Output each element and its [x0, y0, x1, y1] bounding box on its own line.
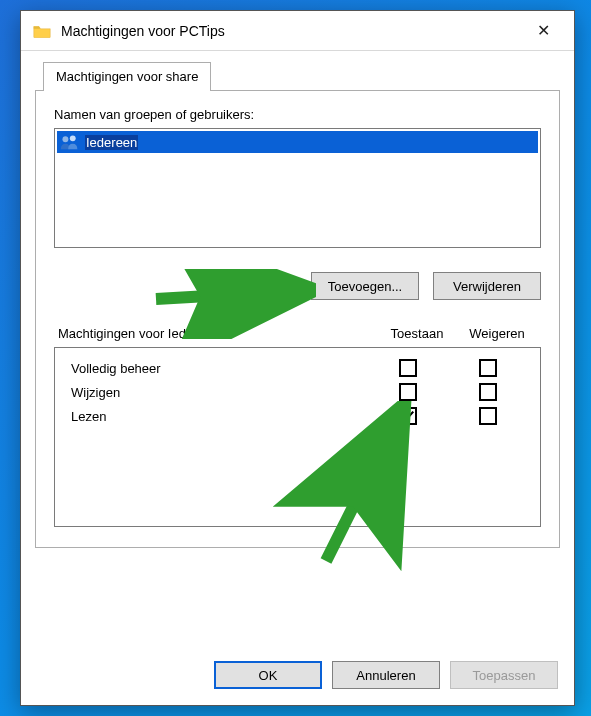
checkmark-icon — [401, 409, 415, 423]
ok-button[interactable]: OK — [214, 661, 322, 689]
remove-button[interactable]: Verwijderen — [433, 272, 541, 300]
deny-checkbox[interactable] — [479, 407, 497, 425]
permissions-title: Machtigingen voor Iedereen — [58, 326, 219, 341]
group-item-iedereen[interactable]: Iedereen — [57, 131, 538, 153]
deny-checkbox[interactable] — [479, 383, 497, 401]
users-icon — [59, 133, 81, 151]
column-allow: Toestaan — [377, 326, 457, 341]
permission-deny-cell — [448, 359, 528, 377]
permission-label: Volledig beheer — [71, 361, 368, 376]
add-button[interactable]: Toevoegen... — [311, 272, 419, 300]
allow-checkbox[interactable] — [399, 383, 417, 401]
groups-buttons: Toevoegen... Verwijderen — [54, 272, 541, 300]
permissions-header: Machtigingen voor Iedereen Toestaan Weig… — [54, 326, 541, 341]
permission-label: Lezen — [71, 409, 368, 424]
window-title: Machtigingen voor PCTips — [61, 23, 522, 39]
groups-label: Namen van groepen of gebruikers: — [54, 107, 541, 122]
svg-point-0 — [62, 136, 68, 142]
permission-allow-cell — [368, 383, 448, 401]
deny-checkbox[interactable] — [479, 359, 497, 377]
permissions-listbox: Volledig beheerWijzigenLezen — [54, 347, 541, 527]
column-deny: Weigeren — [457, 326, 537, 341]
allow-checkbox[interactable] — [399, 359, 417, 377]
permission-row: Wijzigen — [59, 380, 536, 404]
tab-share-permissions[interactable]: Machtigingen voor share — [43, 62, 211, 91]
permission-row: Lezen — [59, 404, 536, 428]
tab-panel: Namen van groepen of gebruikers: Iederee… — [35, 90, 560, 548]
permission-deny-cell — [448, 383, 528, 401]
permission-allow-cell — [368, 359, 448, 377]
dialog-content: Machtigingen voor share Namen van groepe… — [21, 51, 574, 647]
apply-button[interactable]: Toepassen — [450, 661, 558, 689]
permission-label: Wijzigen — [71, 385, 368, 400]
permission-deny-cell — [448, 407, 528, 425]
close-button[interactable]: ✕ — [522, 11, 564, 50]
groups-listbox[interactable]: Iedereen — [54, 128, 541, 248]
permissions-dialog: Machtigingen voor PCTips ✕ Machtigingen … — [20, 10, 575, 706]
folder-icon — [33, 24, 51, 38]
cancel-button[interactable]: Annuleren — [332, 661, 440, 689]
titlebar: Machtigingen voor PCTips ✕ — [21, 11, 574, 51]
dialog-buttons: OK Annuleren Toepassen — [21, 647, 574, 705]
svg-point-1 — [70, 135, 76, 141]
group-item-label: Iedereen — [85, 135, 138, 150]
allow-checkbox[interactable] — [399, 407, 417, 425]
tabs: Machtigingen voor share — [43, 61, 560, 90]
permission-allow-cell — [368, 407, 448, 425]
permission-row: Volledig beheer — [59, 356, 536, 380]
